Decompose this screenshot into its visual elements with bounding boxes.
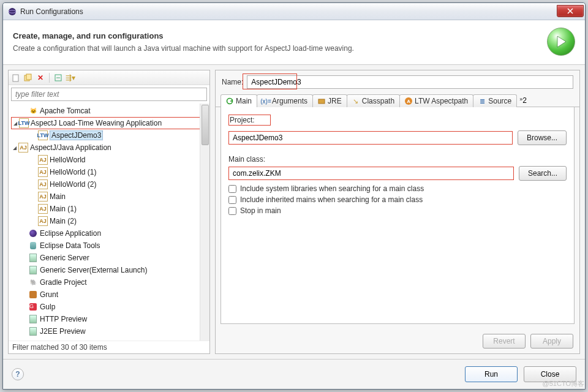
tree-item[interactable]: ◢AJAspectJ/Java Application: [11, 141, 209, 154]
tree-item[interactable]: AJMain (1): [11, 203, 209, 215]
annotation-box: [243, 74, 297, 89]
scrollbar[interactable]: [200, 104, 209, 341]
revert-button[interactable]: Revert: [483, 334, 526, 349]
config-detail-pane: Name: Main(x)=ArgumentsJRE↘ClasspathALTW…: [215, 70, 580, 354]
window-close-button[interactable]: [557, 5, 584, 17]
browse-button[interactable]: Browse...: [518, 130, 567, 145]
header-title: Create, manage, and run configurations: [13, 31, 547, 40]
left-toolbar: ✕ ⇶▾: [9, 70, 209, 85]
tree-item[interactable]: HTTP Preview: [11, 313, 209, 325]
tree-item[interactable]: Generic Server: [11, 252, 209, 264]
tabs-overflow[interactable]: »2: [516, 93, 530, 107]
project-label: Project:: [228, 115, 271, 126]
run-icon: [547, 28, 575, 56]
delete-config-icon[interactable]: ✕: [36, 73, 45, 83]
tab-ltw-aspectpath[interactable]: ALTW Aspectpath: [399, 94, 473, 107]
name-label: Name:: [222, 78, 243, 86]
include-inherited-check[interactable]: Include inherited mains when searching f…: [228, 195, 567, 204]
svg-rect-8: [318, 99, 325, 104]
svg-rect-4: [26, 74, 31, 80]
new-config-icon[interactable]: [11, 73, 21, 83]
help-icon[interactable]: ?: [12, 368, 24, 380]
tree-item[interactable]: GGulp: [11, 301, 209, 313]
watermark: @51CTO博客: [543, 379, 584, 388]
tree-item[interactable]: AJMain (2): [11, 215, 209, 227]
tree-item[interactable]: LTWAspectJDemo3: [11, 129, 209, 141]
filter-status: Filter matched 30 of 30 items: [9, 341, 209, 353]
tab-jre[interactable]: JRE: [312, 94, 347, 107]
tree-item[interactable]: AJHelloWorld: [11, 154, 209, 166]
apply-button[interactable]: Apply: [530, 334, 573, 349]
tab-arguments[interactable]: (x)=Arguments: [257, 94, 313, 107]
tab-classpath[interactable]: ↘Classpath: [347, 94, 400, 107]
dialog-footer: ? Run Close: [3, 360, 585, 389]
ltw-tab-icon: A: [405, 97, 412, 105]
window-title: Run Configurations: [20, 7, 557, 16]
tree-item[interactable]: Grunt: [11, 288, 209, 301]
args-icon: (x)=: [262, 97, 270, 105]
source-icon: ≣: [478, 97, 486, 105]
scrollbar-thumb[interactable]: [202, 105, 209, 145]
stop-in-main-check[interactable]: Stop in main: [228, 206, 567, 215]
toolbar-separator: [49, 73, 50, 83]
refresh-icon: [226, 97, 233, 105]
include-system-check[interactable]: Include system libraries when searching …: [228, 184, 567, 193]
run-button[interactable]: Run: [465, 366, 518, 382]
tree-item[interactable]: J2EE Preview: [11, 325, 209, 337]
main-tab-body: Project: Browse... Main class: Search...…: [221, 107, 575, 324]
tree-item[interactable]: Generic Server(External Launch): [11, 264, 209, 276]
project-input[interactable]: [228, 131, 513, 145]
tree-item[interactable]: AJHelloWorld (2): [11, 178, 209, 190]
mainclass-input[interactable]: [228, 167, 514, 180]
svg-rect-2: [13, 75, 18, 81]
search-button[interactable]: Search...: [519, 166, 567, 181]
tab-source[interactable]: ≣Source: [473, 94, 517, 107]
tree-item[interactable]: ◢LTWAspectJ Load-Time Weaving Applicatio…: [11, 117, 209, 129]
eclipse-icon: [8, 7, 17, 16]
tree-item[interactable]: 🐱Apache Tomcat: [11, 105, 209, 117]
jre-icon: [318, 97, 325, 105]
header-subtitle: Create a configuration that will launch …: [13, 44, 547, 53]
tree-item[interactable]: AJHelloWorld (1): [11, 166, 209, 178]
tree-item[interactable]: 🐘Gradle Project: [11, 276, 209, 288]
svg-point-0: [9, 8, 16, 15]
filter-input[interactable]: [11, 88, 207, 101]
tab-main[interactable]: Main: [221, 94, 257, 107]
config-tree[interactable]: 🐱Apache Tomcat◢LTWAspectJ Load-Time Weav…: [9, 104, 209, 341]
filter-menu-icon[interactable]: ⇶▾: [66, 73, 75, 83]
tabs: Main(x)=ArgumentsJRE↘ClasspathALTW Aspec…: [216, 92, 579, 107]
titlebar[interactable]: Run Configurations: [3, 3, 585, 20]
mainclass-label: Main class:: [228, 155, 567, 164]
configurations-pane: ✕ ⇶▾ 🐱Apache Tomcat◢LTWAspectJ Load-Time…: [8, 70, 210, 354]
classpath-icon: ↘: [352, 97, 360, 105]
tree-item[interactable]: Eclipse Application: [11, 227, 209, 239]
tree-item[interactable]: AJMain: [11, 190, 209, 203]
duplicate-config-icon[interactable]: [23, 73, 33, 83]
tree-item[interactable]: Eclipse Data Tools: [11, 239, 209, 252]
run-configurations-dialog: Run Configurations Create, manage, and r…: [2, 2, 586, 390]
header-band: Create, manage, and run configurations C…: [3, 20, 585, 65]
collapse-all-icon[interactable]: [53, 73, 63, 83]
